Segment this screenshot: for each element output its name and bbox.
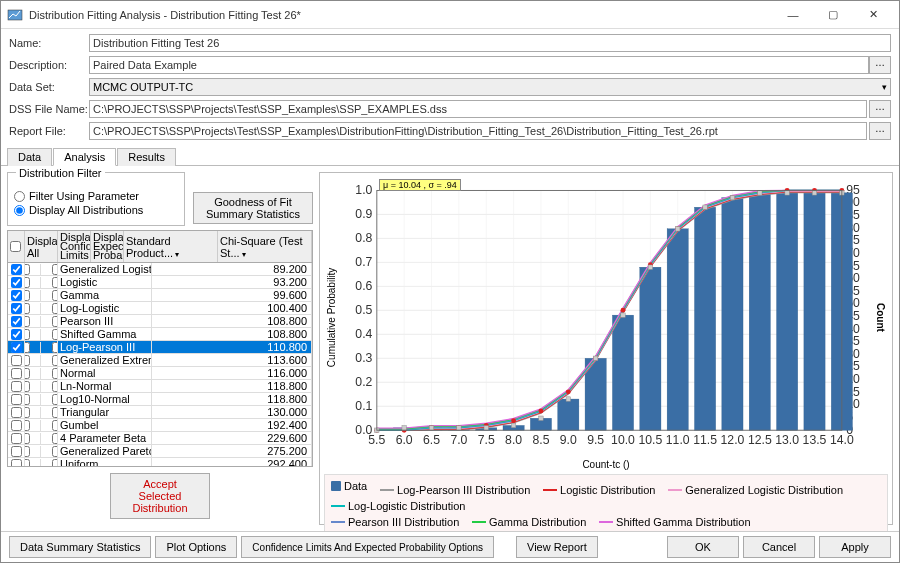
- row-checkbox[interactable]: [8, 302, 25, 314]
- row-display-cell[interactable]: [25, 419, 58, 431]
- goodness-of-fit-button[interactable]: Goodness of Fit Summary Statistics: [193, 192, 313, 224]
- row-checkbox[interactable]: [8, 276, 25, 288]
- data-summary-button[interactable]: Data Summary Statistics: [9, 536, 151, 558]
- svg-text:8.5: 8.5: [532, 433, 549, 447]
- ok-button[interactable]: OK: [667, 536, 739, 558]
- table-row[interactable]: Generalized Logistic89.200: [8, 263, 312, 276]
- row-display-cell[interactable]: [25, 263, 58, 275]
- dssfile-browse-button[interactable]: …: [869, 100, 891, 118]
- svg-rect-102: [429, 426, 433, 430]
- row-checkbox[interactable]: [8, 341, 25, 353]
- row-display-cell[interactable]: [25, 315, 58, 327]
- row-display-cell[interactable]: [25, 445, 58, 457]
- table-row[interactable]: 4 Parameter Beta229.600: [8, 432, 312, 445]
- row-checkbox[interactable]: [8, 380, 25, 392]
- tab-results[interactable]: Results: [117, 148, 176, 166]
- svg-text:9.0: 9.0: [560, 433, 577, 447]
- table-row[interactable]: Gumbel192.400: [8, 419, 312, 432]
- row-display-cell[interactable]: [25, 328, 58, 340]
- row-checkbox[interactable]: [8, 458, 25, 466]
- header-exp-prob[interactable]: Display Expected Probab: [91, 231, 124, 262]
- table-row[interactable]: Gamma99.600: [8, 289, 312, 302]
- table-row[interactable]: Logistic93.200: [8, 276, 312, 289]
- table-row[interactable]: Ln-Normal118.800: [8, 380, 312, 393]
- svg-text:0.5: 0.5: [355, 303, 372, 317]
- row-checkbox[interactable]: [8, 445, 25, 457]
- close-button[interactable]: ✕: [853, 1, 893, 29]
- chart-svg-wrap[interactable]: μ = 10.04 , σ = .94 0.00.10.20.30.40.50.…: [339, 177, 873, 457]
- table-row[interactable]: Log-Pearson III110.800: [8, 341, 312, 354]
- tab-data[interactable]: Data: [7, 148, 52, 166]
- cancel-button[interactable]: Cancel: [743, 536, 815, 558]
- row-display-cell[interactable]: [25, 341, 58, 353]
- row-chi-square-value: 108.800: [152, 315, 312, 327]
- x-axis-label: Count-tc (): [324, 459, 888, 470]
- row-display-cell[interactable]: [25, 289, 58, 301]
- view-report-button[interactable]: View Report: [516, 536, 598, 558]
- row-checkbox[interactable]: [8, 419, 25, 431]
- row-distribution-name: Uniform: [58, 458, 152, 466]
- name-field[interactable]: [89, 34, 891, 52]
- row-distribution-name: Log-Pearson III: [58, 341, 152, 353]
- filter-display-all[interactable]: Display All Distributions: [14, 201, 178, 219]
- plot-options-button[interactable]: Plot Options: [155, 536, 237, 558]
- table-row[interactable]: Log-Logistic100.400: [8, 302, 312, 315]
- row-checkbox[interactable]: [8, 289, 25, 301]
- table-row[interactable]: Log10-Normal118.800: [8, 393, 312, 406]
- svg-text:6.0: 6.0: [396, 433, 413, 447]
- row-distribution-name: Shifted Gamma: [58, 328, 152, 340]
- row-chi-square-value: 292.400: [152, 458, 312, 466]
- table-row[interactable]: Uniform292.400: [8, 458, 312, 466]
- filter-display-all-radio[interactable]: [14, 205, 25, 216]
- row-display-cell[interactable]: [25, 458, 58, 466]
- row-chi-square-value: 89.200: [152, 263, 312, 275]
- dssfile-field[interactable]: [89, 100, 867, 118]
- dataset-dropdown[interactable]: MCMC OUTPUT-TC ▾: [89, 78, 891, 96]
- row-checkbox[interactable]: [8, 367, 25, 379]
- header-chi-square[interactable]: Chi-Square (Test St...▾: [218, 231, 312, 262]
- reportfile-field[interactable]: [89, 122, 867, 140]
- row-display-cell[interactable]: [25, 367, 58, 379]
- row-checkbox[interactable]: [8, 315, 25, 327]
- table-row[interactable]: Generalized Pareto275.200: [8, 445, 312, 458]
- row-chi-square-value: 118.800: [152, 380, 312, 392]
- apply-button[interactable]: Apply: [819, 536, 891, 558]
- header-standard-product[interactable]: Standard Product...▾: [124, 231, 218, 262]
- accept-selected-button[interactable]: Accept Selected Distribution: [110, 473, 210, 519]
- header-conf-limits[interactable]: Display Confidence Limits: [58, 231, 91, 262]
- row-checkbox[interactable]: [8, 432, 25, 444]
- row-display-cell[interactable]: [25, 354, 58, 366]
- conf-limits-button[interactable]: Confidence Limits And Expected Probabili…: [241, 536, 494, 558]
- header-display-all[interactable]: Display All: [25, 231, 58, 262]
- table-row[interactable]: Generalized Extreme ...113.600: [8, 354, 312, 367]
- svg-text:11.0: 11.0: [666, 433, 690, 447]
- row-distribution-name: Ln-Normal: [58, 380, 152, 392]
- row-chi-square-value: 99.600: [152, 289, 312, 301]
- minimize-button[interactable]: —: [773, 1, 813, 29]
- table-row[interactable]: Normal116.000: [8, 367, 312, 380]
- row-checkbox[interactable]: [8, 406, 25, 418]
- description-browse-button[interactable]: …: [869, 56, 891, 74]
- tab-analysis[interactable]: Analysis: [53, 148, 116, 166]
- maximize-button[interactable]: ▢: [813, 1, 853, 29]
- row-display-cell[interactable]: [25, 302, 58, 314]
- row-display-cell[interactable]: [25, 432, 58, 444]
- name-label: Name:: [9, 37, 89, 49]
- row-display-cell[interactable]: [25, 406, 58, 418]
- row-checkbox[interactable]: [8, 354, 25, 366]
- reportfile-browse-button[interactable]: …: [869, 122, 891, 140]
- filter-using-parameter-radio[interactable]: [14, 191, 25, 202]
- row-display-cell[interactable]: [25, 380, 58, 392]
- header-checkbox-all[interactable]: [8, 231, 25, 262]
- row-checkbox[interactable]: [8, 393, 25, 405]
- row-display-cell[interactable]: [25, 393, 58, 405]
- row-checkbox[interactable]: [8, 263, 25, 275]
- description-field[interactable]: [89, 56, 869, 74]
- table-row[interactable]: Triangular130.000: [8, 406, 312, 419]
- dataset-label: Data Set:: [9, 81, 89, 93]
- row-checkbox[interactable]: [8, 328, 25, 340]
- row-display-cell[interactable]: [25, 276, 58, 288]
- row-chi-square-value: 100.400: [152, 302, 312, 314]
- table-row[interactable]: Pearson III108.800: [8, 315, 312, 328]
- table-row[interactable]: Shifted Gamma108.800: [8, 328, 312, 341]
